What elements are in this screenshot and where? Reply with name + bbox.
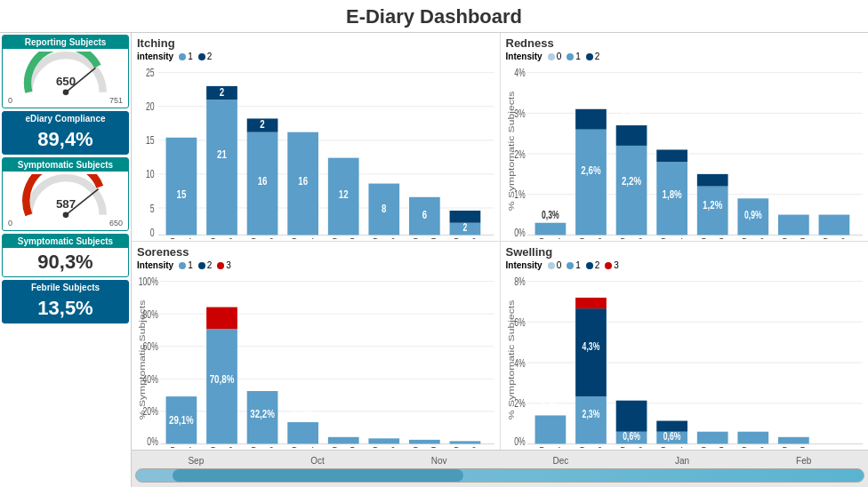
soreness-bar-day2-v1 <box>206 329 237 443</box>
svg-point-3 <box>62 212 68 219</box>
svg-text:0,3%: 0,3% <box>542 209 559 221</box>
svg-text:1,5%: 1,5% <box>623 385 640 397</box>
svg-text:0,5%: 0,5% <box>663 405 680 418</box>
itching-bar-day2-v1 <box>206 100 237 235</box>
itching-legend-2: 2 <box>198 52 213 61</box>
redness-bar-day1 <box>534 223 566 236</box>
soreness-bar-day4 <box>287 422 318 443</box>
itching-dot-2 <box>198 53 205 60</box>
svg-text:0%: 0% <box>147 435 158 447</box>
svg-text:2: 2 <box>463 220 468 233</box>
redness-panel: Redness Intensity 0 1 2 <box>501 33 869 241</box>
soreness-dot-3 <box>217 262 224 269</box>
timeline-bar: Sep Oct Nov Dec Jan Feb <box>132 450 868 487</box>
redness-xlabel-8: Day 8 <box>823 235 846 239</box>
svg-text:13,2%: 13,2% <box>292 406 314 419</box>
redness-legend-1: 1 <box>567 52 581 61</box>
gauge-min-max-reporting: 0 751 <box>6 96 125 105</box>
redness-dot-2 <box>586 53 593 60</box>
timeline-handle[interactable] <box>173 469 463 482</box>
gauge-svg-symptomatic: 587 <box>12 174 119 219</box>
swelling-dot-3 <box>605 262 612 269</box>
svg-text:16: 16 <box>298 173 308 188</box>
svg-text:0,3%: 0,3% <box>663 132 680 145</box>
timeline-month-oct: Oct <box>257 456 379 466</box>
soreness-dot-1 <box>179 262 186 269</box>
dashboard-title: E-Diary Dashboard <box>0 0 868 33</box>
itching-legend: intensity 1 2 <box>137 52 494 61</box>
compliance-value: 89,4% <box>6 128 125 151</box>
svg-text:2%: 2% <box>514 397 526 410</box>
svg-text:0: 0 <box>150 226 155 238</box>
svg-text:1,8%: 1,8% <box>662 188 682 202</box>
redness-label-1: 1 <box>575 52 581 61</box>
redness-chart-body: 4% 3% 2% 1% 0% % Symptomatic Subjects <box>506 63 864 239</box>
svg-text:8%: 8% <box>514 275 526 288</box>
soreness-legend: Intensity 1 2 3 <box>137 260 494 270</box>
symptomatic-value: 587 <box>55 197 75 211</box>
redness-bar-day2-v2 <box>575 109 607 130</box>
soreness-legend-2: 2 <box>198 260 213 270</box>
svg-text:5: 5 <box>150 202 155 214</box>
redness-label-0: 0 <box>557 52 562 61</box>
redness-intensity-label: Intensity <box>506 52 542 61</box>
soreness-legend-3: 3 <box>217 260 231 270</box>
svg-text:0%: 0% <box>514 435 526 447</box>
svg-text:29,1%: 29,1% <box>169 412 194 427</box>
itching-xlabel-3: Day 3 <box>251 235 274 239</box>
redness-legend-0: 0 <box>548 52 562 61</box>
swelling-dot-1 <box>567 262 574 269</box>
svg-text:0,9%: 0,9% <box>743 209 761 221</box>
gauge-svg-reporting: 650 <box>12 52 119 96</box>
swelling-legend-0: 0 <box>548 260 562 270</box>
swelling-legend-2: 2 <box>586 260 600 270</box>
itching-label-2: 2 <box>207 52 213 61</box>
reporting-subjects-title: Reporting Subjects <box>3 36 128 49</box>
svg-text:0,6%: 0,6% <box>703 415 721 427</box>
itching-bar-day1 <box>166 138 197 236</box>
redness-label-2: 2 <box>595 52 600 61</box>
redness-title: Redness <box>506 36 864 50</box>
soreness-panel: Soreness Intensity 1 2 3 <box>132 242 501 450</box>
swelling-bar-day6 <box>737 432 768 444</box>
soreness-bar-day2-v3 <box>206 307 237 329</box>
swelling-intensity-label: Intensity <box>506 260 542 270</box>
soreness-legend-1: 1 <box>179 260 193 270</box>
gauge-min-max-symptomatic: 0 650 <box>6 219 125 228</box>
svg-text:6%: 6% <box>514 315 526 328</box>
svg-text:0,5%: 0,5% <box>582 281 599 293</box>
svg-text:32,2%: 32,2% <box>250 407 275 421</box>
svg-text:0,6%: 0,6% <box>663 429 680 442</box>
svg-text:1,4%: 1,4% <box>542 400 559 412</box>
svg-text:0%: 0% <box>514 226 526 238</box>
sidebar: Reporting Subjects 650 0 751 <box>0 33 132 487</box>
itching-xlabel-8: Day 8 <box>454 235 477 239</box>
redness-bar-day2-v1 <box>575 130 607 236</box>
reporting-subjects-gauge: 650 0 751 <box>6 52 125 105</box>
swelling-dot-2 <box>586 262 593 269</box>
svg-text:2,3%: 2,3% <box>582 408 599 420</box>
svg-text:20: 20 <box>146 100 155 113</box>
svg-text:0,6%: 0,6% <box>743 415 761 427</box>
swelling-xlabel-3: Day 3 <box>620 443 643 448</box>
charts-row-bottom: Soreness Intensity 1 2 3 <box>132 242 868 450</box>
svg-text:4%: 4% <box>514 356 526 369</box>
timeline-track[interactable] <box>135 468 864 483</box>
swelling-label-1: 1 <box>575 260 581 270</box>
svg-text:15: 15 <box>146 134 155 147</box>
soreness-label-1: 1 <box>188 260 193 270</box>
itching-xlabel-2: Day 2 <box>211 235 234 239</box>
svg-text:16: 16 <box>258 173 268 188</box>
symp-gauge-min: 0 <box>8 219 12 228</box>
swelling-chart-body: 8% 6% 4% 2% 0% % Symptomatic Subjects <box>506 272 864 448</box>
swelling-label-3: 3 <box>614 260 619 270</box>
swelling-xlabel-2: Day 2 <box>579 443 602 448</box>
swelling-xlabel-1: Day 1 <box>539 443 562 448</box>
gauge-max: 751 <box>109 96 123 105</box>
swelling-bar-day3-v2 <box>615 401 647 432</box>
svg-text:10: 10 <box>146 168 155 180</box>
svg-text:21: 21 <box>217 147 227 161</box>
redness-xlabel-4: Day 4 <box>660 235 683 239</box>
svg-point-1 <box>62 90 68 96</box>
redness-xlabel-3: Day 3 <box>620 235 643 239</box>
